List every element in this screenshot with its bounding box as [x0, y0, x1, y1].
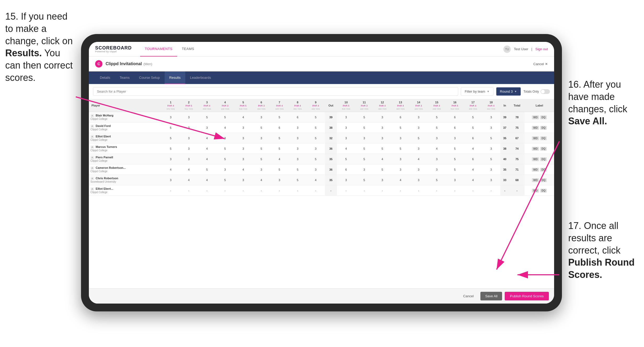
- score-cell[interactable]: [482, 175, 500, 185]
- score-cell[interactable]: [373, 175, 391, 185]
- wd-badge[interactable]: WD: [532, 168, 539, 172]
- score-input-6[interactable]: [258, 189, 264, 192]
- score-cell[interactable]: [162, 112, 180, 122]
- score-input-6[interactable]: [258, 116, 264, 119]
- score-input-17[interactable]: [470, 147, 476, 150]
- score-cell[interactable]: [464, 175, 482, 185]
- score-input-17[interactable]: [470, 126, 476, 129]
- score-cell[interactable]: [307, 185, 325, 196]
- score-cell[interactable]: [410, 175, 428, 185]
- score-input-2[interactable]: [186, 168, 192, 171]
- score-input-16[interactable]: [452, 137, 458, 140]
- score-cell[interactable]: [410, 185, 428, 196]
- score-cell[interactable]: [337, 185, 355, 196]
- score-input-11[interactable]: [361, 126, 367, 129]
- score-cell[interactable]: [198, 122, 216, 133]
- score-cell[interactable]: [392, 122, 410, 133]
- score-cell[interactable]: [162, 185, 180, 196]
- score-cell[interactable]: [392, 175, 410, 185]
- score-input-4[interactable]: [222, 116, 228, 119]
- score-cell[interactable]: [446, 164, 464, 175]
- score-cell[interactable]: [446, 122, 464, 133]
- score-cell[interactable]: [307, 164, 325, 175]
- score-input-14[interactable]: [416, 137, 422, 140]
- score-cell[interactable]: [271, 164, 289, 175]
- score-input-11[interactable]: [361, 158, 367, 161]
- score-cell[interactable]: [307, 154, 325, 164]
- score-cell[interactable]: [289, 143, 307, 154]
- score-input-7[interactable]: [276, 137, 283, 140]
- wd-badge[interactable]: WD: [532, 189, 539, 193]
- score-cell[interactable]: [428, 175, 446, 185]
- score-cell[interactable]: [446, 133, 464, 143]
- score-cell[interactable]: [428, 122, 446, 133]
- score-cell[interactable]: [234, 185, 252, 196]
- score-input-6[interactable]: [258, 158, 264, 161]
- score-input-3[interactable]: [204, 137, 210, 140]
- score-input-9[interactable]: [313, 178, 319, 182]
- score-cell[interactable]: [410, 112, 428, 122]
- score-input-1[interactable]: [168, 178, 174, 182]
- score-input-4[interactable]: [222, 126, 228, 129]
- score-input-7[interactable]: [276, 189, 283, 192]
- score-input-6[interactable]: [258, 147, 264, 150]
- score-input-9[interactable]: [313, 116, 319, 119]
- score-input-16[interactable]: [452, 178, 458, 182]
- score-cell[interactable]: [216, 133, 234, 143]
- score-input-1[interactable]: [168, 147, 174, 150]
- score-cell[interactable]: [337, 175, 355, 185]
- score-input-1[interactable]: [168, 158, 174, 161]
- score-cell[interactable]: [337, 112, 355, 122]
- score-cell[interactable]: [180, 133, 198, 143]
- round-dropdown[interactable]: Round 3 ▼: [496, 87, 521, 96]
- score-input-13[interactable]: [397, 178, 404, 182]
- score-input-1[interactable]: [168, 126, 174, 129]
- score-cell[interactable]: [355, 164, 373, 175]
- score-cell[interactable]: [428, 112, 446, 122]
- score-input-8[interactable]: [295, 137, 301, 140]
- score-input-18[interactable]: [488, 116, 494, 119]
- score-cell[interactable]: [162, 122, 180, 133]
- score-input-18[interactable]: [488, 178, 494, 182]
- tab-course-setup[interactable]: Course Setup: [134, 71, 165, 84]
- score-input-11[interactable]: [361, 178, 367, 182]
- score-cell[interactable]: [337, 154, 355, 164]
- score-input-6[interactable]: [258, 137, 264, 140]
- score-cell[interactable]: [198, 143, 216, 154]
- score-input-15[interactable]: [434, 168, 440, 171]
- nav-teams[interactable]: TEAMS: [177, 42, 199, 57]
- score-input-9[interactable]: [313, 168, 319, 171]
- wd-badge[interactable]: WD: [532, 178, 539, 182]
- score-input-15[interactable]: [434, 126, 440, 129]
- score-cell[interactable]: [446, 154, 464, 164]
- score-input-4[interactable]: [222, 178, 228, 182]
- score-cell[interactable]: [252, 164, 270, 175]
- score-cell[interactable]: [216, 112, 234, 122]
- score-input-14[interactable]: [416, 178, 422, 182]
- score-cell[interactable]: [289, 133, 307, 143]
- tab-leaderboards[interactable]: Leaderboards: [185, 71, 216, 84]
- score-cell[interactable]: [180, 143, 198, 154]
- score-input-2[interactable]: [186, 189, 192, 192]
- score-input-2[interactable]: [186, 126, 192, 129]
- score-input-16[interactable]: [452, 189, 458, 192]
- score-cell[interactable]: [307, 143, 325, 154]
- score-input-16[interactable]: [452, 147, 458, 150]
- score-input-5[interactable]: [240, 137, 246, 140]
- score-input-17[interactable]: [470, 116, 476, 119]
- tab-teams[interactable]: Teams: [115, 71, 134, 84]
- dq-badge[interactable]: DQ: [540, 168, 547, 172]
- score-input-3[interactable]: [204, 189, 210, 192]
- score-input-10[interactable]: [343, 168, 349, 171]
- score-cell[interactable]: [307, 112, 325, 122]
- score-cell[interactable]: [234, 164, 252, 175]
- score-input-8[interactable]: [295, 158, 301, 161]
- score-input-7[interactable]: [276, 178, 283, 182]
- nav-tournaments[interactable]: TOURNAMENTS: [140, 42, 177, 57]
- score-cell[interactable]: [289, 185, 307, 196]
- score-cell[interactable]: [234, 122, 252, 133]
- score-input-4[interactable]: [222, 189, 228, 192]
- score-input-5[interactable]: [240, 126, 246, 129]
- score-input-7[interactable]: [276, 168, 283, 171]
- score-cell[interactable]: [464, 112, 482, 122]
